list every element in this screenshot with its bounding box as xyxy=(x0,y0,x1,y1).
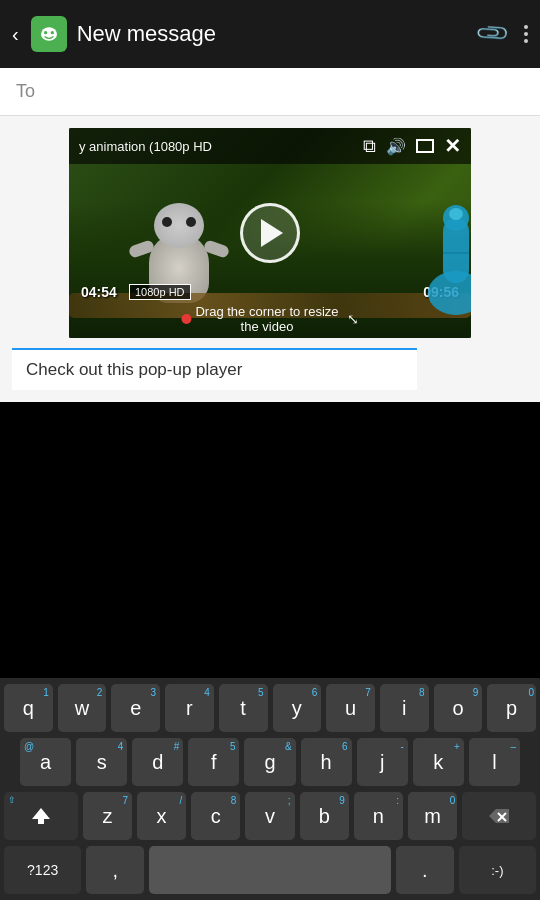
key-p[interactable]: p0 xyxy=(487,684,536,732)
play-triangle-icon xyxy=(261,219,283,247)
key-i[interactable]: i8 xyxy=(380,684,429,732)
svg-marker-9 xyxy=(32,808,50,824)
key-m[interactable]: m0 xyxy=(408,792,457,840)
keyboard-row-2: a@ s4 d# f5 g& h6 j- k+ l– xyxy=(4,738,536,786)
video-play-button[interactable] xyxy=(240,203,300,263)
video-volume-icon[interactable]: 🔊 xyxy=(386,137,406,156)
video-quality-badge: 1080p HD xyxy=(129,284,191,300)
svg-point-2 xyxy=(44,31,47,34)
key-r[interactable]: r4 xyxy=(165,684,214,732)
finger-cursor xyxy=(421,198,471,318)
key-s[interactable]: s4 xyxy=(76,738,127,786)
drag-hint-line2: the video xyxy=(241,319,294,334)
app-logo xyxy=(31,16,67,52)
key-d[interactable]: d# xyxy=(132,738,183,786)
key-period[interactable]: . xyxy=(396,846,454,894)
video-title: y animation (1080p HD xyxy=(79,139,212,154)
key-u[interactable]: u7 xyxy=(326,684,375,732)
video-top-controls: ⧉ 🔊 ✕ xyxy=(363,134,461,158)
header-actions: 📎 xyxy=(479,21,528,47)
key-v[interactable]: v; xyxy=(245,792,294,840)
key-g[interactable]: g& xyxy=(244,738,295,786)
drag-hint-line1: Drag the corner to resize xyxy=(195,304,338,319)
key-k[interactable]: k+ xyxy=(413,738,464,786)
resize-icon: ⤡ xyxy=(347,311,359,327)
message-content: Check out this pop-up player xyxy=(26,360,242,379)
key-l[interactable]: l– xyxy=(469,738,520,786)
to-label: To xyxy=(16,81,35,102)
keyboard-row-4: ?123 , . :-) xyxy=(4,846,536,894)
key-q[interactable]: q1 xyxy=(4,684,53,732)
key-o[interactable]: o9 xyxy=(434,684,483,732)
video-close-icon[interactable]: ✕ xyxy=(444,134,461,158)
key-f[interactable]: f5 xyxy=(188,738,239,786)
key-z[interactable]: z7 xyxy=(83,792,132,840)
video-player[interactable]: y animation (1080p HD ⧉ 🔊 ✕ 04:54 1080p … xyxy=(69,128,471,338)
keyboard-row-3: ⇧ z7 x/ c8 v; b9 n: m0 xyxy=(4,792,536,840)
text-message-input-area[interactable]: Check out this pop-up player xyxy=(12,348,417,390)
svg-point-8 xyxy=(449,208,463,220)
keyboard-row-1: q1 w2 e3 r4 t5 y6 u7 i8 o9 p0 xyxy=(4,684,536,732)
video-fullscreen-icon[interactable] xyxy=(416,139,434,153)
message-compose-area: y animation (1080p HD ⧉ 🔊 ✕ 04:54 1080p … xyxy=(0,116,540,402)
backspace-key[interactable] xyxy=(462,792,536,840)
on-screen-keyboard: q1 w2 e3 r4 t5 y6 u7 i8 o9 p0 a@ s4 d# f… xyxy=(0,678,540,900)
video-drag-hint: Drag the corner to resize the video ⤡ xyxy=(181,304,358,334)
key-h[interactable]: h6 xyxy=(301,738,352,786)
video-external-icon[interactable]: ⧉ xyxy=(363,136,376,157)
page-title: New message xyxy=(77,21,469,47)
attach-icon[interactable]: 📎 xyxy=(474,15,511,52)
to-field-container: To xyxy=(0,68,540,116)
key-e[interactable]: e3 xyxy=(111,684,160,732)
video-title-bar: y animation (1080p HD ⧉ 🔊 ✕ xyxy=(69,128,471,164)
key-symbols[interactable]: ?123 xyxy=(4,846,81,894)
key-x[interactable]: x/ xyxy=(137,792,186,840)
key-w[interactable]: w2 xyxy=(58,684,107,732)
key-b[interactable]: b9 xyxy=(300,792,349,840)
back-arrow-icon[interactable]: ‹ xyxy=(12,23,19,46)
drag-dot xyxy=(181,314,191,324)
more-menu-icon[interactable] xyxy=(524,25,528,43)
key-j[interactable]: j- xyxy=(357,738,408,786)
app-header: ‹ New message 📎 xyxy=(0,0,540,68)
shift-key[interactable]: ⇧ xyxy=(4,792,78,840)
key-y[interactable]: y6 xyxy=(273,684,322,732)
key-space[interactable] xyxy=(149,846,391,894)
svg-point-3 xyxy=(50,31,53,34)
to-input[interactable] xyxy=(43,81,524,102)
key-n[interactable]: n: xyxy=(354,792,403,840)
key-t[interactable]: t5 xyxy=(219,684,268,732)
key-c[interactable]: c8 xyxy=(191,792,240,840)
key-comma[interactable]: , xyxy=(86,846,144,894)
video-current-time: 04:54 xyxy=(81,284,117,300)
key-a[interactable]: a@ xyxy=(20,738,71,786)
key-emoji[interactable]: :-) xyxy=(459,846,536,894)
